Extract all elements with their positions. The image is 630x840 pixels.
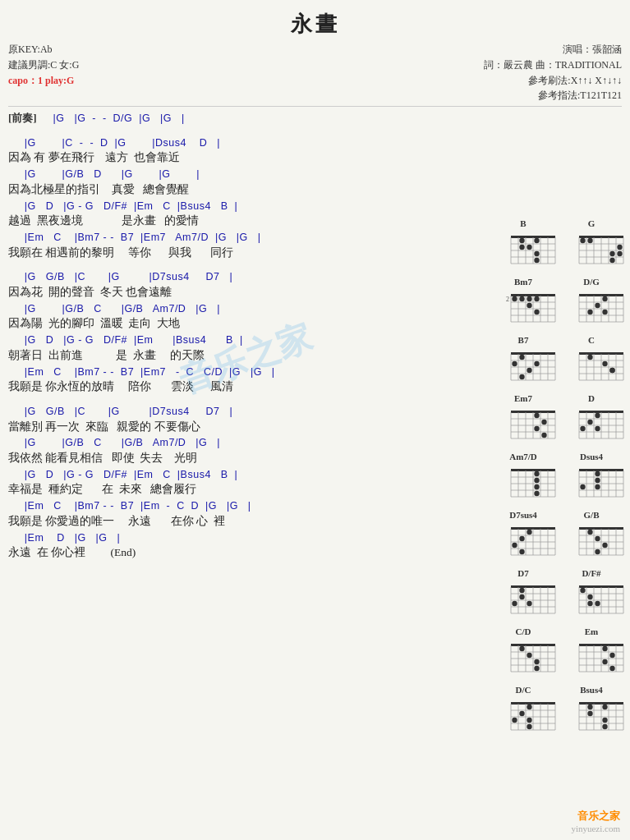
- chord-diagram-D/C: D/C: [498, 685, 549, 737]
- chord-diagram-D: D: [566, 393, 617, 445]
- chord-grid-B7: [498, 346, 559, 387]
- chord-grid-Bsus4: [566, 695, 627, 737]
- chord-label-G/B: G/B: [566, 510, 617, 520]
- chord-diagram-Bsus4: Bsus4: [566, 685, 617, 737]
- original-key: 原KEY:Ab: [8, 42, 79, 57]
- chord-grid-D/F#: [566, 579, 627, 620]
- svg-point-228: [527, 601, 531, 606]
- chord-grid-D/C: [498, 695, 559, 737]
- chord-row-5: D7sus4G/B: [498, 510, 617, 562]
- chord-diagram-D7: D7: [498, 568, 549, 620]
- svg-point-278: [602, 659, 607, 664]
- svg-point-314: [602, 718, 607, 723]
- chord-diagram-G: G: [566, 218, 617, 270]
- chord-label-D/G: D/G: [566, 277, 617, 287]
- svg-point-296: [527, 718, 531, 723]
- chord-grid-Dsus4: [566, 462, 627, 503]
- chord-label-D: D: [566, 393, 617, 403]
- chord-label-Bm7: Bm7: [498, 277, 549, 287]
- svg-point-295: [512, 718, 517, 723]
- svg-point-313: [587, 711, 592, 716]
- lyric-line-21: 當離別 再一次 來臨 親愛的 不要傷心: [8, 420, 501, 435]
- site-name: 音乐之家: [571, 809, 620, 824]
- svg-point-125: [534, 426, 539, 431]
- svg-point-33: [587, 238, 592, 243]
- svg-point-226: [519, 594, 524, 599]
- svg-point-57: [534, 310, 539, 314]
- page: 永晝 原KEY:Ab 建議男調:C 女:G capo：1 play:G 演唱：張…: [0, 0, 630, 840]
- site-url: yinyuezi.com: [571, 824, 620, 833]
- svg-point-74: [602, 310, 607, 314]
- svg-point-159: [534, 484, 539, 489]
- chord-diagram-D7sus4: D7sus4: [498, 510, 549, 562]
- chord-grid-Em7: [498, 404, 559, 445]
- chord-row-8: D/CBsus4: [498, 685, 617, 737]
- chord-grid-Am7/D: [498, 462, 559, 503]
- svg-point-56: [527, 303, 531, 308]
- svg-point-107: [602, 361, 607, 366]
- chord-label-Dsus4: Dsus4: [566, 452, 617, 461]
- lyric-line-12: 因為花 開的聲音 冬天 也會遠離: [8, 285, 501, 301]
- svg-point-194: [519, 549, 524, 554]
- chord-row-1: Bm72D/G: [498, 277, 617, 328]
- chord-row-2: B7C: [498, 335, 617, 387]
- svg-point-89: [512, 361, 517, 366]
- chord-row-0: BG: [498, 218, 617, 270]
- content-area: [前奏] |G |G - - D/G |G |G | |G |C - - D |…: [8, 112, 622, 562]
- header-row: 原KEY:Ab 建議男調:C 女:G capo：1 play:G 演唱：張韶涵 …: [8, 42, 622, 103]
- svg-point-124: [541, 420, 546, 425]
- chord-grid-Em: [566, 637, 627, 678]
- lyric-line-23: 我依然 能看見相信 即使 失去 光明: [8, 451, 501, 466]
- sheet-music: [前奏] |G |G - - D/G |G |G | |G |C - - D |…: [8, 112, 501, 562]
- chord-diagram-Am7/D: Am7/D: [498, 452, 549, 503]
- svg-point-176: [580, 484, 585, 489]
- svg-point-14: [534, 238, 539, 243]
- svg-point-34: [617, 245, 622, 250]
- chord-grid-C/D: [498, 637, 559, 678]
- chord-grid-G: [566, 229, 627, 270]
- svg-point-245: [595, 601, 600, 606]
- intro-label: [前奏]: [8, 112, 37, 126]
- svg-point-13: [519, 238, 524, 243]
- svg-point-160: [534, 491, 539, 496]
- svg-point-140: [595, 413, 600, 418]
- svg-point-261: [534, 659, 539, 664]
- chord-label-B: B: [498, 218, 549, 228]
- chord-grid-D: [566, 404, 627, 445]
- chord-line-13: |G |G/B C |G/B Am7/D |G |: [8, 302, 501, 317]
- chord-diagram-D/F#: D/F#: [566, 568, 617, 620]
- title-area: 永晝: [8, 10, 622, 39]
- svg-point-32: [580, 238, 585, 243]
- svg-point-174: [595, 471, 600, 476]
- chord-diagram-Dsus4: Dsus4: [566, 452, 617, 503]
- lyricist: 詞：嚴云農 曲：TRADITIONAL: [484, 57, 622, 73]
- strum-info: 參考刷法:X↑↑↓ X↑↓↑↓ 參考指法:T121T121: [484, 73, 622, 103]
- chord-diagram-Em: Em: [566, 627, 617, 678]
- chord-grid-B: [498, 229, 559, 270]
- lyric-line-27: 我願是 你愛過的唯一 永遠 在你 心 裡: [8, 514, 501, 530]
- svg-point-37: [609, 258, 614, 263]
- svg-point-297: [527, 724, 531, 729]
- svg-point-225: [519, 588, 524, 593]
- svg-point-209: [595, 536, 600, 541]
- chord-diagrams: BGBm72D/GB7CEm7DAm7/DDsus4D7sus4G/BD7D/F…: [498, 218, 617, 743]
- chord-label-Em7: Em7: [498, 393, 549, 403]
- svg-point-243: [587, 594, 592, 599]
- chord-label-D7: D7: [498, 568, 549, 578]
- song-title: 永晝: [291, 12, 340, 36]
- suggested-key: 建議男調:C 女:G: [8, 57, 79, 73]
- svg-point-262: [534, 666, 539, 671]
- chord-line-22: |G |G/B C |G/B Am7/D |G |: [8, 436, 501, 451]
- chord-label-Am7/D: Am7/D: [498, 452, 549, 461]
- lyric-line-9: 我願在 相遇前的黎明 等你 與我 同行: [8, 246, 501, 261]
- chord-grid-D7sus4: [498, 521, 559, 562]
- svg-point-72: [595, 303, 600, 308]
- svg-point-109: [609, 368, 614, 373]
- chord-diagram-G/B: G/B: [566, 510, 617, 562]
- finger: 參考指法:T121T121: [484, 88, 622, 103]
- svg-point-191: [527, 530, 531, 535]
- svg-point-91: [527, 368, 531, 373]
- svg-point-73: [587, 310, 592, 314]
- performer-info: 演唱：張韶涵 詞：嚴云農 曲：TRADITIONAL: [484, 42, 622, 73]
- svg-point-141: [587, 420, 592, 425]
